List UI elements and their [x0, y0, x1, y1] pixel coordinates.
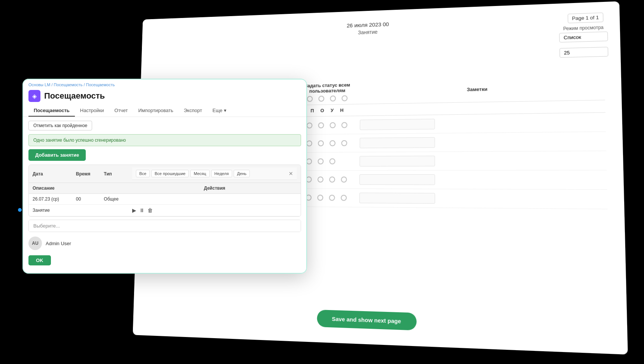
session-desc-row: Занятие ▶ ⏸ 🗑 — [29, 205, 301, 216]
delete-icon[interactable]: 🗑 — [148, 207, 153, 213]
tab-report[interactable]: Отчет — [109, 105, 133, 117]
radio-u-1[interactable] — [330, 122, 336, 128]
breadcrumb: Основы LM / Посещаемость / Посещаемость — [22, 79, 307, 88]
radio-n-4[interactable] — [341, 177, 347, 183]
radio-o-3[interactable] — [318, 159, 324, 165]
session-dropdown[interactable]: Выберите... — [29, 220, 301, 232]
user-name: Admin User — [46, 241, 71, 246]
radio-o-5[interactable] — [317, 195, 323, 201]
filter-month[interactable]: Месяц — [190, 170, 209, 177]
actions-header: Действия — [128, 183, 301, 194]
nav-tabs: Посещаемость Настройки Отчет Импортирова… — [22, 105, 307, 117]
session-type: Общее — [100, 194, 128, 205]
radio-p[interactable] — [307, 96, 313, 102]
stop-icon[interactable]: ⏸ — [139, 207, 145, 213]
filter-all[interactable]: Все — [136, 170, 150, 177]
close-button[interactable]: ✕ — [289, 170, 293, 177]
radio-u-2[interactable] — [329, 140, 335, 146]
radio-o-2[interactable] — [318, 140, 324, 146]
radio-u-5[interactable] — [329, 195, 335, 201]
action-bar: Отметить как пройденное — [22, 117, 307, 134]
view-mode-select[interactable]: Список Сетка — [559, 31, 608, 42]
radio-o-4[interactable] — [318, 177, 323, 183]
radio-p-1[interactable] — [307, 123, 313, 129]
user-row: AU Admin User — [22, 232, 307, 252]
ok-button[interactable]: OK — [28, 255, 51, 265]
notes-4[interactable] — [359, 174, 435, 185]
notes-2[interactable] — [360, 137, 435, 148]
mark-as-done-button[interactable]: Отметить как пройденное — [28, 121, 92, 130]
per-page-select[interactable]: 25 50 100 — [559, 47, 608, 58]
success-message: Одно занятие было успешно сгенерировано — [28, 134, 301, 146]
save-btn-container: Save and show next page — [317, 310, 416, 331]
radio-u-4[interactable] — [329, 177, 335, 183]
add-session-button[interactable]: Добавить занятие — [28, 149, 86, 161]
radio-n[interactable] — [341, 95, 347, 101]
play-icon[interactable]: ▶ — [132, 207, 136, 213]
save-next-page-button[interactable]: Save and show next page — [317, 310, 416, 331]
radio-n-5[interactable] — [341, 195, 347, 201]
notes-1[interactable] — [360, 119, 435, 130]
view-mode-label: Режим просмотра — [563, 25, 604, 31]
page-info: Page 1 of 1 — [568, 12, 604, 23]
avatar: AU — [28, 237, 42, 250]
dropdown-wrap: Выберите... — [28, 220, 301, 232]
radio-u[interactable] — [330, 96, 336, 102]
notes-3[interactable] — [359, 156, 435, 166]
filter-bar: Все Все прошедшие Месяц Неделя День ✕ — [132, 168, 297, 180]
session-table: Дата Время Тип Все Все прошедшие Месяц Н… — [29, 165, 301, 216]
session-table-wrap: Дата Время Тип Все Все прошедшие Месяц Н… — [28, 165, 301, 217]
radio-o[interactable] — [318, 96, 324, 102]
radio-n-2[interactable] — [341, 140, 347, 146]
radio-o-1[interactable] — [318, 122, 324, 128]
session-date: 26.07.23 (cp) — [29, 194, 72, 205]
col-time: Время — [72, 165, 100, 183]
attendance-panel: Основы LM / Посещаемость / Посещаемость … — [22, 79, 307, 274]
tab-import[interactable]: Импортировать — [133, 105, 179, 117]
session-time: 00 — [72, 194, 100, 205]
session-row: 26.07.23 (cp) 00 Общее — [29, 194, 301, 205]
col-date: Дата — [29, 165, 72, 183]
radio-p-2[interactable] — [306, 141, 312, 147]
radio-u-3[interactable] — [329, 158, 335, 164]
tab-settings[interactable]: Настройки — [75, 105, 109, 117]
action-icons: ▶ ⏸ 🗑 — [132, 207, 297, 213]
col-notes: Заметки — [356, 73, 605, 104]
radio-n-1[interactable] — [341, 122, 347, 128]
notes-5[interactable] — [359, 193, 435, 204]
blue-dot-indicator — [18, 208, 22, 212]
tab-export[interactable]: Экспорт — [179, 105, 207, 117]
filter-week[interactable]: Неделя — [211, 170, 232, 177]
col-type: Тип — [100, 165, 128, 183]
desc-header: Описание — [29, 183, 128, 194]
title-bar: ◈ Посещаемость — [22, 88, 307, 105]
session-description: Занятие — [29, 205, 128, 216]
page-title: Посещаемость — [44, 91, 105, 101]
filter-past[interactable]: Все прошедшие — [151, 170, 189, 177]
tab-more[interactable]: Еще ▾ — [207, 105, 232, 117]
app-icon: ◈ — [28, 90, 40, 102]
tab-attendance[interactable]: Посещаемость — [28, 105, 75, 117]
filter-bar-cell: Все Все прошедшие Месяц Неделя День ✕ — [128, 165, 301, 183]
set-all-label: Задать статус всем пользователям — [302, 82, 353, 94]
filter-day[interactable]: День — [234, 170, 250, 177]
